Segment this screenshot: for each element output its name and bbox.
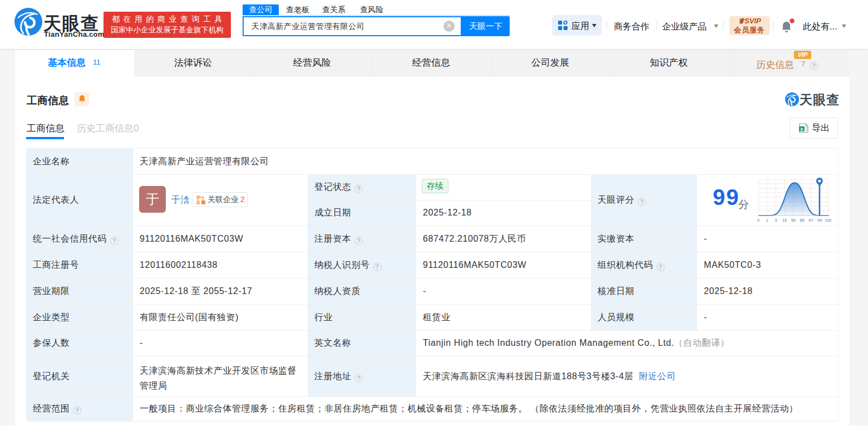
svg-text:100: 100: [825, 218, 831, 223]
svg-text:X: X: [800, 127, 803, 132]
svg-text:1: 1: [766, 218, 768, 223]
svg-text:97: 97: [808, 218, 813, 223]
svg-text:50: 50: [791, 218, 796, 223]
svg-text:15: 15: [782, 218, 787, 223]
svg-text:0: 0: [757, 218, 760, 223]
svg-text:3: 3: [775, 218, 777, 223]
svg-text:99: 99: [817, 218, 822, 223]
svg-text:85: 85: [800, 218, 804, 223]
